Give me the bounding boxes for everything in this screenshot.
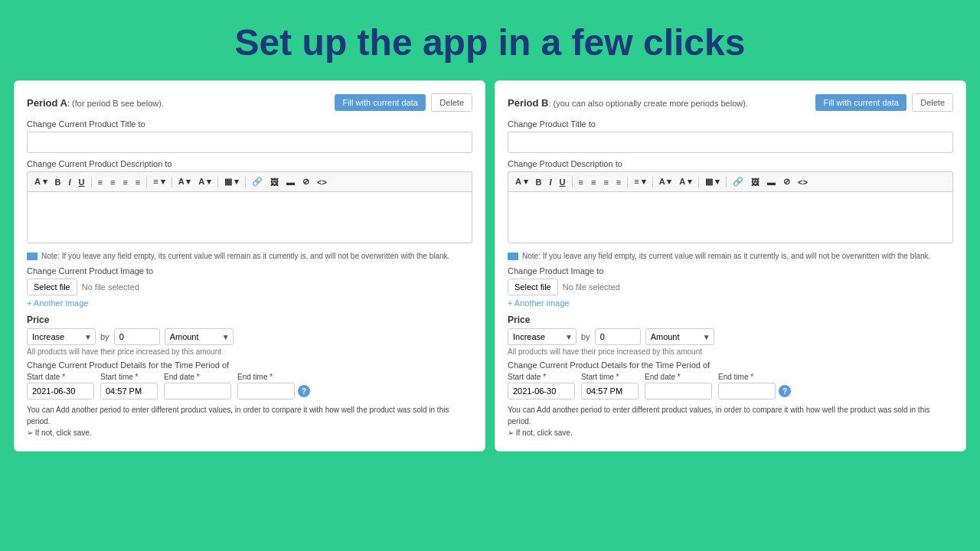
product-title-input-a[interactable] xyxy=(27,132,472,153)
description-field-label-b: Change Product Description to xyxy=(508,159,953,168)
panel-b-buttons: Fill with current data Delete xyxy=(815,93,953,112)
toolbar-bold-b[interactable]: B xyxy=(533,176,545,188)
start-time-input-a[interactable] xyxy=(100,383,158,399)
start-time-field-a: Start time * xyxy=(100,373,158,399)
toolbar-outdent-b[interactable]: ≡ xyxy=(600,176,611,188)
end-time-input-a[interactable] xyxy=(237,383,295,399)
time-period-label-a: Change Current Product Details for the T… xyxy=(27,360,472,370)
start-date-label-a: Start date * xyxy=(27,373,94,381)
price-increase-select-a[interactable]: Increase xyxy=(27,328,96,345)
toolbar-image-b[interactable]: 🖼 xyxy=(748,176,763,188)
price-amount-select-a[interactable]: Amount xyxy=(165,328,234,345)
toolbar-table-a[interactable]: ▦ ▾ xyxy=(221,175,242,188)
product-title-input-b[interactable] xyxy=(508,132,953,153)
toolbar-color-a[interactable]: A ▾ xyxy=(175,175,194,188)
toolbar-ul-b[interactable]: ≡ xyxy=(576,176,586,188)
toolbar-table-b[interactable]: ▦ ▾ xyxy=(702,175,723,188)
toolbar-code-a[interactable]: <> xyxy=(314,176,330,188)
image-section-b: Change Product Image to Select file No f… xyxy=(508,266,953,308)
flag-icon-b xyxy=(508,253,518,260)
toolbar-indent-a[interactable]: ≡ xyxy=(132,176,143,188)
panel-b-title: Period B: (you can also optionally creat… xyxy=(508,97,748,109)
sep5-b xyxy=(726,177,727,187)
delete-button-b[interactable]: Delete xyxy=(912,93,953,112)
page-header: Set up the app in a few clicks xyxy=(0,0,980,80)
start-time-field-b: Start time * xyxy=(581,373,639,399)
another-image-link-a[interactable]: + Another image xyxy=(27,298,88,308)
start-date-input-b[interactable] xyxy=(508,383,575,399)
increase-dropdown-wrapper-b: Increase ▼ xyxy=(508,328,577,345)
toolbar-italic-a[interactable]: I xyxy=(66,176,74,188)
dates-row-a: Start date * Start time * End date * End… xyxy=(27,373,472,399)
end-date-input-a[interactable] xyxy=(164,383,231,399)
price-row-b: Increase ▼ by Amount ▼ xyxy=(508,328,953,345)
panels-container: Period A: (for period B see below). Fill… xyxy=(0,80,980,452)
toolbar-italic-b[interactable]: I xyxy=(547,176,555,188)
toolbar-outdent-a[interactable]: ≡ xyxy=(119,176,130,188)
toolbar-underline-b[interactable]: U xyxy=(557,176,569,188)
flag-icon-a xyxy=(27,253,38,260)
description-field-label-a: Change Current Product Description to xyxy=(27,159,472,168)
toolbar-ol-a[interactable]: ≡ xyxy=(107,176,118,188)
toolbar-special-b[interactable]: ⊘ xyxy=(780,175,793,188)
toolbar-link-a[interactable]: 🔗 xyxy=(249,175,266,188)
end-date-field-a: End date * xyxy=(164,373,231,399)
end-time-input-b[interactable] xyxy=(718,383,776,399)
toolbar-link-b[interactable]: 🔗 xyxy=(730,175,746,188)
sep2-a xyxy=(146,177,147,187)
toolbar-font-a[interactable]: A ▾ xyxy=(31,175,51,188)
end-date-label-a: End date * xyxy=(164,373,231,381)
price-by-input-a[interactable] xyxy=(114,328,160,345)
toolbar-indent-b[interactable]: ≡ xyxy=(613,176,624,188)
dates-row-b: Start date * Start time * End date * End… xyxy=(508,373,953,399)
toolbar-image-a[interactable]: 🖼 xyxy=(267,176,282,188)
panel-a-title: Period A: (for period B see below). xyxy=(27,97,164,109)
toolbar-media-a[interactable]: ▬ xyxy=(283,176,298,188)
description-editor-b[interactable] xyxy=(508,191,953,243)
image-section-a: Change Current Product Image to Select f… xyxy=(27,266,472,308)
description-editor-a[interactable] xyxy=(27,191,472,243)
fill-current-data-button-b[interactable]: Fill with current data xyxy=(815,94,906,111)
toolbar-bgcolor-b[interactable]: A ▾ xyxy=(676,175,695,188)
end-date-input-b[interactable] xyxy=(645,383,712,399)
start-date-field-a: Start date * xyxy=(27,373,94,399)
title-field-label-a: Change Current Product Title to xyxy=(27,119,472,129)
editor-toolbar-a: A ▾ B I U ≡ ≡ ≡ ≡ ≡ ▾ A ▾ A ▾ ▦ ▾ 🔗 🖼 ▬ … xyxy=(27,171,472,191)
help-icon-a[interactable]: ? xyxy=(298,385,310,397)
toolbar-media-b[interactable]: ▬ xyxy=(764,176,779,188)
toolbar-bold-a[interactable]: B xyxy=(52,176,64,188)
note-box-a: Note: If you leave any field empty, its … xyxy=(27,252,472,260)
select-file-button-a[interactable]: Select file xyxy=(27,279,77,295)
file-none-label-b: No file selected xyxy=(563,282,620,292)
toolbar-bgcolor-a[interactable]: A ▾ xyxy=(195,175,214,188)
toolbar-ol-b[interactable]: ≡ xyxy=(588,176,599,188)
start-date-input-a[interactable] xyxy=(27,383,94,399)
amount-dropdown-wrapper-a: Amount ▼ xyxy=(165,328,234,345)
toolbar-code-b[interactable]: <> xyxy=(795,176,811,188)
fill-current-data-button-a[interactable]: Fill with current data xyxy=(335,94,425,111)
start-time-input-b[interactable] xyxy=(581,383,639,399)
price-section-b: Price Increase ▼ by Amount ▼ All produc xyxy=(508,315,953,356)
delete-button-a[interactable]: Delete xyxy=(431,93,472,112)
toolbar-align-a[interactable]: ≡ ▾ xyxy=(150,175,168,188)
by-label-b: by xyxy=(581,332,590,341)
price-amount-select-b[interactable]: Amount xyxy=(645,328,714,345)
toolbar-special-a[interactable]: ⊘ xyxy=(299,175,312,188)
editor-toolbar-b: A ▾ B I U ≡ ≡ ≡ ≡ ≡ ▾ A ▾ A ▾ ▦ ▾ 🔗 🖼 ▬ … xyxy=(508,171,953,191)
toolbar-align-b[interactable]: ≡ ▾ xyxy=(631,175,648,188)
help-icon-b[interactable]: ? xyxy=(779,385,791,397)
another-image-link-b[interactable]: + Another image xyxy=(508,298,569,308)
toolbar-ul-a[interactable]: ≡ xyxy=(95,176,106,188)
bottom-note-a: You can Add another period to enter diff… xyxy=(27,404,472,439)
toolbar-font-b[interactable]: A ▾ xyxy=(512,175,531,188)
sep1-a xyxy=(91,177,92,187)
price-increase-select-b[interactable]: Increase xyxy=(508,328,577,345)
image-label-b: Change Product Image to xyxy=(508,266,953,276)
price-by-input-b[interactable] xyxy=(595,328,641,345)
toolbar-color-b[interactable]: A ▾ xyxy=(656,175,675,188)
toolbar-underline-a[interactable]: U xyxy=(76,176,88,188)
price-label-a: Price xyxy=(27,315,472,325)
panel-b: Period B: (you can also optionally creat… xyxy=(495,80,966,452)
page-title: Set up the app in a few clicks xyxy=(0,21,980,64)
select-file-button-b[interactable]: Select file xyxy=(508,279,558,295)
